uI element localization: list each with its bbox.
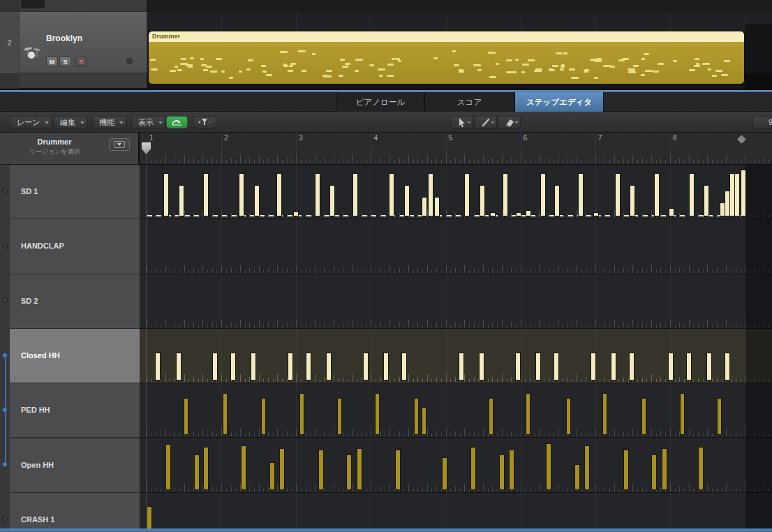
- step-bar[interactable]: [241, 445, 246, 490]
- lane-dot[interactable]: [2, 243, 8, 249]
- step-bar[interactable]: [306, 353, 311, 380]
- step-bar[interactable]: [203, 447, 209, 490]
- lane-link-dot[interactable]: [2, 407, 8, 413]
- mute-button[interactable]: M: [46, 57, 58, 67]
- step-bar[interactable]: [194, 455, 200, 490]
- step-bar[interactable]: [651, 455, 657, 490]
- step-bar[interactable]: [704, 185, 709, 216]
- catch-playhead-button[interactable]: [166, 116, 188, 128]
- step-bar[interactable]: [315, 173, 320, 216]
- step-bar[interactable]: [239, 173, 244, 216]
- step-bar[interactable]: [261, 398, 266, 435]
- step-bar[interactable]: [623, 450, 629, 490]
- step-bar[interactable]: [725, 353, 730, 380]
- step-bar[interactable]: [509, 450, 514, 490]
- lane-dot[interactable]: [2, 297, 8, 303]
- step-bar[interactable]: [593, 212, 599, 216]
- step-bar[interactable]: [326, 353, 332, 380]
- step-bar[interactable]: [375, 393, 380, 435]
- toolbar-right-partial-button[interactable]: 9: [752, 116, 772, 128]
- step-bar[interactable]: [395, 450, 401, 490]
- step-bar[interactable]: [428, 173, 433, 216]
- menu-button-functions[interactable]: 機能: [92, 116, 127, 128]
- step-bar[interactable]: [269, 462, 275, 490]
- step-bar[interactable]: [329, 185, 335, 216]
- step-bar[interactable]: [591, 353, 596, 380]
- step-bar[interactable]: [176, 353, 181, 380]
- lane-link-dot[interactable]: [2, 353, 8, 358]
- step-bar[interactable]: [163, 173, 169, 216]
- pencil-tool-button[interactable]: [474, 116, 497, 128]
- step-bar[interactable]: [464, 173, 470, 216]
- step-bar[interactable]: [293, 212, 299, 216]
- lane-set-menu-button[interactable]: [109, 138, 130, 151]
- record-enable-button[interactable]: R: [75, 57, 87, 67]
- step-bar[interactable]: [602, 393, 607, 435]
- lane-row-ped-hh[interactable]: PED HH: [10, 383, 140, 438]
- lane-dot[interactable]: [2, 516, 8, 522]
- solo-button[interactable]: S: [59, 57, 71, 67]
- step-bar[interactable]: [515, 353, 521, 380]
- step-bar[interactable]: [526, 210, 531, 216]
- menu-button-lane[interactable]: レーン: [10, 116, 52, 128]
- lane-row-closed-hh[interactable]: Closed HH: [10, 329, 140, 383]
- step-bar[interactable]: [584, 445, 590, 490]
- step-bar[interactable]: [611, 353, 616, 380]
- step-bar[interactable]: [414, 398, 419, 435]
- step-bar[interactable]: [276, 173, 282, 216]
- lane-row-crash-1[interactable]: CRASH 1: [10, 493, 140, 532]
- step-bar[interactable]: [184, 398, 188, 435]
- step-bar[interactable]: [230, 353, 236, 380]
- playhead-marker[interactable]: [142, 142, 151, 154]
- midi-filter-button[interactable]: [193, 116, 216, 128]
- step-bar[interactable]: [489, 398, 493, 435]
- step-bar[interactable]: [251, 353, 256, 380]
- step-lane-sd-2[interactable]: [140, 274, 772, 329]
- pointer-tool-button[interactable]: [450, 116, 473, 128]
- lane-row-sd-2[interactable]: SD 2: [10, 274, 140, 329]
- step-lane-ped-hh[interactable]: [140, 383, 772, 438]
- step-bar[interactable]: [352, 173, 358, 216]
- menu-button-view[interactable]: 表示: [131, 116, 166, 128]
- step-lane-closed-hh[interactable]: [140, 329, 772, 383]
- lane-dot[interactable]: [2, 189, 8, 194]
- step-bar[interactable]: [337, 398, 342, 435]
- step-bar[interactable]: [442, 457, 447, 490]
- step-bar[interactable]: [357, 448, 362, 490]
- step-bar[interactable]: [288, 353, 293, 380]
- step-bar[interactable]: [554, 185, 560, 216]
- step-bar[interactable]: [404, 185, 410, 216]
- step-bar[interactable]: [516, 212, 521, 216]
- region-end-diamond-icon[interactable]: [737, 135, 746, 144]
- drummer-region[interactable]: Drummer: [149, 31, 744, 84]
- step-grid[interactable]: [140, 165, 772, 532]
- step-bar[interactable]: [706, 353, 712, 380]
- step-bar[interactable]: [615, 173, 621, 216]
- step-lane-open-hh[interactable]: [140, 438, 772, 493]
- step-lane-sd-1[interactable]: [140, 165, 772, 219]
- step-bar[interactable]: [686, 353, 692, 380]
- step-lane-crash-1[interactable]: [140, 493, 772, 532]
- step-bar[interactable]: [470, 447, 476, 490]
- step-lane-handclap[interactable]: [140, 219, 772, 274]
- lane-row-open-hh[interactable]: Open HH: [10, 438, 140, 493]
- step-bar[interactable]: [383, 353, 389, 380]
- step-bar[interactable]: [363, 353, 369, 380]
- step-bar[interactable]: [422, 197, 427, 216]
- step-bar[interactable]: [526, 393, 530, 435]
- step-bar[interactable]: [554, 353, 559, 380]
- track-header[interactable]: 2 Brooklyn M S R: [0, 12, 147, 73]
- step-bar[interactable]: [299, 393, 304, 435]
- step-bar[interactable]: [165, 444, 171, 490]
- lane-row-handclap[interactable]: HANDCLAP: [10, 219, 140, 274]
- step-bar[interactable]: [389, 173, 394, 216]
- step-bar[interactable]: [346, 455, 352, 490]
- tab-piano-roll[interactable]: ピアノロール: [336, 92, 424, 112]
- step-bar[interactable]: [212, 353, 218, 380]
- step-bar[interactable]: [698, 447, 704, 490]
- step-bar[interactable]: [669, 208, 674, 216]
- lane-link-dot[interactable]: [2, 461, 8, 467]
- step-bar[interactable]: [535, 353, 541, 380]
- step-bar[interactable]: [578, 173, 584, 216]
- step-bar[interactable]: [479, 353, 484, 380]
